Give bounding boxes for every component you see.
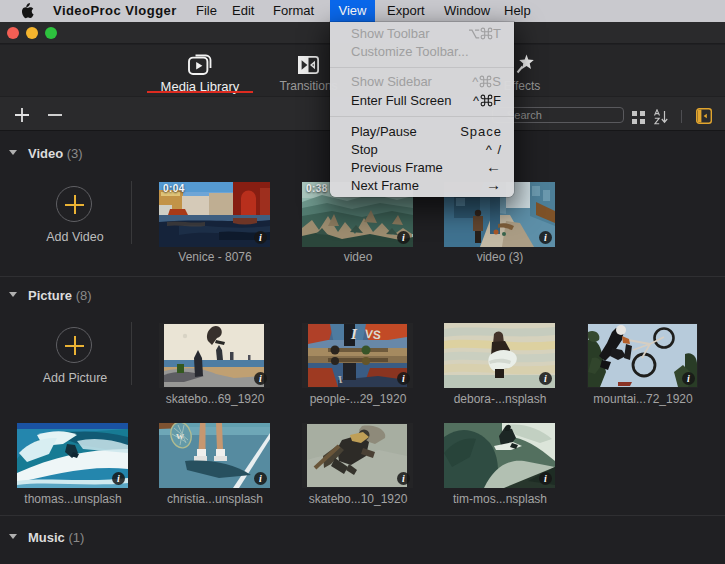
svg-text:VS: VS (364, 327, 381, 343)
svg-text:w: w (176, 429, 184, 441)
svg-text:I: I (350, 326, 358, 342)
svg-text:I: I (337, 374, 343, 386)
